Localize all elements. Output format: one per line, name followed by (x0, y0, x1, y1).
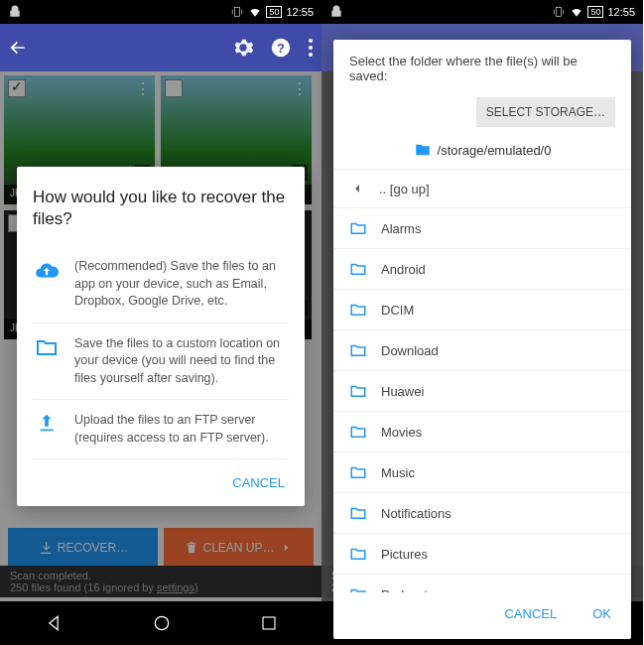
folder-outline-icon (349, 260, 367, 278)
option-folder[interactable]: Save the files to a custom location on y… (33, 323, 289, 401)
toolbar: ? (0, 24, 322, 71)
folder-outline-icon (349, 463, 367, 481)
folder-row[interactable]: Huawei (333, 371, 631, 412)
svg-rect-0 (235, 7, 240, 16)
folder-icon (35, 335, 59, 359)
clock: 12:55 (607, 6, 635, 18)
folder-name: Alarms (381, 221, 421, 236)
nav-back-icon[interactable] (44, 613, 64, 633)
cancel-button[interactable]: CANCEL (500, 598, 561, 629)
screen-folder-picker: 50 12:55 Scan completed. 250 files found… (322, 0, 643, 645)
picker-title: Select the folder where the file(s) will… (333, 54, 631, 97)
svg-text:?: ? (277, 41, 285, 56)
svg-rect-7 (263, 617, 275, 629)
folder-row[interactable]: Alarms (333, 208, 631, 249)
folder-picker-dialog: Select the folder where the file(s) will… (333, 40, 631, 639)
folder-outline-icon (349, 219, 367, 237)
nav-bar (0, 601, 322, 645)
battery-label: 50 (587, 6, 603, 18)
help-icon[interactable]: ? (270, 37, 292, 59)
folder-icon (414, 141, 432, 159)
folder-row[interactable]: DCIM (333, 290, 631, 330)
vibrate-icon (230, 5, 244, 19)
cancel-button[interactable]: CANCEL (228, 467, 289, 498)
select-storage-button[interactable]: SELECT STORAGE… (476, 97, 615, 127)
folder-list: .. [go up] AlarmsAndroidDCIMDownloadHuaw… (333, 169, 631, 592)
folder-name: DCIM (381, 303, 414, 318)
dialog-title: How would you like to recover the files? (33, 187, 289, 230)
folder-outline-icon (349, 382, 367, 400)
back-icon[interactable] (8, 38, 28, 58)
dialog-scrim[interactable]: How would you like to recover the files?… (0, 71, 322, 601)
status-bar: 50 12:55 (0, 0, 322, 24)
chevron-left-icon (349, 181, 365, 196)
folder-name: Pictures (381, 547, 428, 562)
option-ftp[interactable]: Upload the files to an FTP server (requi… (33, 400, 289, 459)
folder-outline-icon (349, 585, 367, 592)
nav-home-icon[interactable] (152, 613, 172, 633)
folder-row[interactable]: Music (333, 452, 631, 493)
current-path: /storage/emulated/0 (333, 137, 631, 169)
nav-recent-icon[interactable] (260, 614, 278, 632)
clock: 12:55 (286, 6, 314, 18)
lock-icon (329, 5, 343, 19)
wifi-icon (248, 5, 262, 19)
folder-outline-icon (349, 545, 367, 563)
status-bar: 50 12:55 (322, 0, 643, 24)
svg-point-4 (309, 46, 313, 50)
vibrate-icon (552, 5, 566, 19)
screen-recover: 50 12:55 ? ⋮JPG, 180.48 KB ⋮JPG, 223.13 … (0, 0, 322, 645)
folder-name: Huawei (381, 384, 424, 399)
folder-name: Android (381, 262, 426, 277)
upload-icon (36, 412, 58, 434)
wifi-icon (570, 5, 583, 19)
folder-row[interactable]: Download (333, 330, 631, 371)
folder-outline-icon (349, 504, 367, 522)
cloud-upload-icon (34, 258, 60, 284)
folder-name: Movies (381, 425, 422, 440)
folder-row[interactable]: Movies (333, 412, 631, 452)
folder-name: Music (381, 465, 415, 480)
ok-button[interactable]: OK (588, 598, 615, 629)
svg-point-6 (155, 616, 168, 629)
folder-row[interactable]: Pictures (333, 534, 631, 575)
folder-outline-icon (349, 423, 367, 441)
lock-icon (8, 5, 22, 19)
svg-point-5 (309, 53, 313, 57)
go-up-row[interactable]: .. [go up] (333, 170, 631, 208)
svg-point-3 (309, 39, 313, 43)
folder-row[interactable]: Podcasts (333, 575, 631, 592)
recover-dialog: How would you like to recover the files?… (17, 167, 305, 506)
folder-name: Download (381, 343, 439, 358)
folder-name: Notifications (381, 506, 451, 521)
folder-row[interactable]: Notifications (333, 493, 631, 534)
folder-outline-icon (349, 301, 367, 319)
folder-outline-icon (349, 341, 367, 359)
folder-row[interactable]: Android (333, 249, 631, 290)
svg-rect-8 (557, 7, 562, 16)
gear-icon[interactable] (232, 37, 254, 59)
option-cloud[interactable]: (Recommended) Save the files to an app o… (33, 246, 289, 323)
battery-label: 50 (266, 6, 282, 18)
overflow-icon[interactable] (308, 38, 314, 58)
